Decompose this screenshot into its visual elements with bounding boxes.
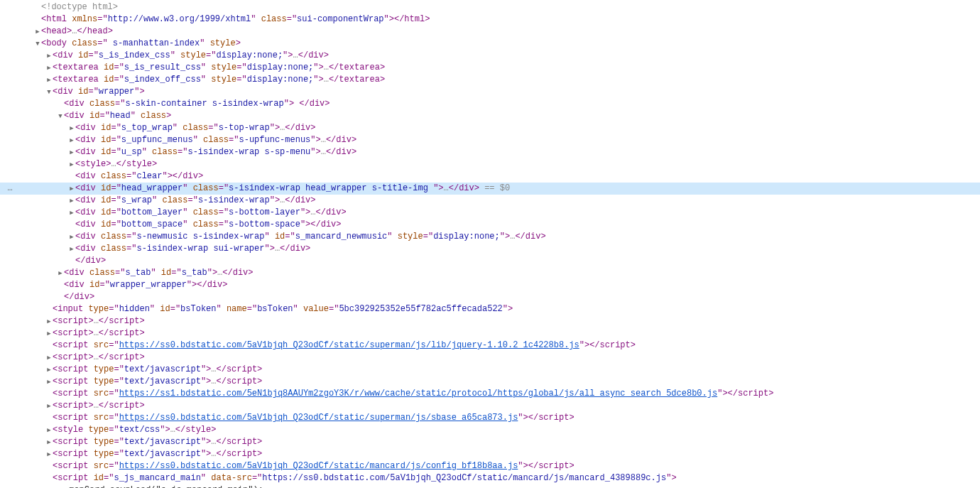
node-content: <script id="s_js_mancard_main" data-src=… (53, 473, 677, 483)
node-content: <script>…</script> (53, 316, 145, 326)
dom-tree-row[interactable]: ▶<div class="s-isindex-wrap sui-wraper">… (0, 243, 980, 255)
dom-tree-row[interactable]: ▶<div id="s_is_index_css" style="display… (0, 50, 980, 62)
node-content: <body class=" s-manhattan-index" style> (41, 38, 241, 48)
expand-arrow-icon[interactable]: ▶ (45, 401, 53, 412)
expand-arrow-icon[interactable]: ▶ (68, 195, 75, 207)
expand-arrow-icon[interactable]: ▶ (45, 352, 53, 364)
dom-tree-row[interactable]: ▶<script src="https://ss0.bdstatic.com/5… (0, 412, 980, 424)
expand-arrow-icon[interactable]: ▶ (45, 364, 53, 376)
node-content: <script src="https://ss0.bdstatic.com/5a… (53, 461, 575, 471)
dom-tree-row[interactable]: ▶<div id="s_upfunc_menus" class="s-upfun… (0, 134, 980, 146)
expand-arrow-icon: ▶ (34, 14, 41, 26)
expand-arrow-icon[interactable]: ▶ (45, 437, 53, 448)
expand-arrow-icon[interactable]: ▶ (45, 50, 53, 62)
dom-tree-row[interactable]: ▶<div id="bottom_layer" class="s-bottom-… (0, 207, 980, 219)
dom-tree-row[interactable]: ▶<div class="s_tab" id="s_tab">…</div> (0, 267, 980, 279)
expand-arrow-icon[interactable]: ▶ (68, 123, 75, 134)
dom-tree-row[interactable]: ▶<textarea id="s_index_off_css" style="d… (0, 74, 980, 86)
dom-tree-row[interactable]: ▶<div class="clear"></div> (0, 170, 980, 183)
expand-arrow-icon: ▶ (45, 413, 53, 424)
dom-tree-row[interactable]: ▶<head>…</head> (0, 26, 980, 38)
node-content: <div id="u_sp" class="s-isindex-wrap s-s… (75, 147, 356, 157)
dom-tree-row[interactable]: ▶<script src="https://ss0.bdstatic.com/5… (0, 460, 980, 472)
dom-tree-row[interactable]: ▶</div> (0, 291, 980, 303)
dom-tree-row[interactable]: ▶<script>…</script> (0, 400, 980, 412)
node-content: <script>…</script> (53, 328, 145, 338)
expand-arrow-icon[interactable]: ▶ (45, 425, 53, 436)
expand-arrow-icon[interactable]: ▼ (57, 111, 64, 122)
dom-tree-row[interactable]: …▶<div id="head_wrapper" class="s-isinde… (0, 183, 980, 195)
node-content: <div id="s_wrap" class="s-isindex-wrap">… (75, 195, 316, 205)
node-content: <script src="https://ss0.bdstatic.com/5a… (53, 340, 636, 350)
node-content: <textarea id="s_is_result_css" style="di… (53, 63, 385, 72)
dom-tree-row[interactable]: ▶<input type="hidden" id="bsToken" name=… (0, 303, 980, 315)
script-src-link[interactable]: https://ss0.bdstatic.com/5aV1bjqh_Q23odC… (119, 340, 579, 350)
expand-arrow-icon[interactable]: ▶ (45, 328, 53, 340)
dom-tree-row[interactable]: ▶<textarea id="s_is_result_css" style="d… (0, 62, 980, 74)
dom-tree-row[interactable]: ▶<div class="s-skin-container s-isindex-… (0, 98, 980, 110)
dom-tree-row[interactable]: ▶<script type="text/javascript">…</scrip… (0, 448, 980, 460)
dom-tree-row[interactable]: ▶<script type="text/javascript">…</scrip… (0, 436, 980, 448)
expand-arrow-icon: ▶ (34, 2, 41, 13)
expand-arrow-icon[interactable]: ▶ (45, 449, 53, 460)
node-content: <div class="s_tab" id="s_tab">…</div> (64, 268, 254, 278)
node-content: <script src="https://ss1.bdstatic.com/5e… (53, 389, 773, 398)
dom-tree-row[interactable]: ▼<div id="wrapper"> (0, 86, 980, 98)
script-src-link[interactable]: https://ss0.bdstatic.com/5aV1bjqh_Q23odC… (119, 413, 518, 423)
expand-arrow-icon[interactable]: ▼ (34, 38, 41, 50)
dom-tree-row[interactable]: ▶<script type="text/javascript">…</scrip… (0, 376, 980, 388)
node-content: <!doctype html> (41, 2, 118, 12)
expand-arrow-icon[interactable]: ▼ (45, 87, 53, 98)
dom-tree-row[interactable]: ▶<script id="s_js_mancard_main" data-src… (0, 472, 980, 484)
dom-tree-row[interactable]: ▶<script>…</script> (0, 327, 980, 340)
expand-arrow-icon[interactable]: ▶ (68, 232, 75, 243)
dom-tree-row[interactable]: ▶<div id="wrapper_wrapper"></div> (0, 279, 980, 291)
expand-arrow-icon: ▶ (68, 219, 75, 231)
dom-tree-row[interactable]: ▶<!doctype html> (0, 1, 980, 13)
dom-tree-row[interactable]: ▶</div> (0, 255, 980, 267)
dom-tree-row[interactable]: ▶<html xmlns="http://www.w3.org/1999/xht… (0, 13, 980, 26)
expand-arrow-icon: ▶ (45, 473, 53, 484)
dom-tree-row[interactable]: ▼<div id="head" class> (0, 110, 980, 122)
expand-arrow-icon[interactable]: ▶ (68, 183, 75, 195)
dom-tree-row[interactable]: ▶_manCard.asynLoad("s_js_mancard_main"); (0, 484, 980, 488)
dom-tree-row[interactable]: ▶<script>…</script> (0, 352, 980, 364)
node-content: <script type="text/javascript">…</script… (53, 376, 262, 386)
expand-arrow-icon[interactable]: ▶ (68, 207, 75, 219)
expand-arrow-icon[interactable]: ▶ (68, 135, 75, 146)
dom-tree-row[interactable]: ▶<style type="text/css">…</style> (0, 424, 980, 436)
node-content: <textarea id="s_index_off_css" style="di… (53, 75, 385, 85)
node-content: _manCard.asynLoad("s_js_mancard_main"); (64, 485, 263, 488)
expand-arrow-icon[interactable]: ▶ (45, 63, 53, 74)
expand-arrow-icon[interactable]: ▶ (45, 316, 53, 327)
expand-arrow-icon[interactable]: ▶ (68, 244, 75, 255)
node-content: <div id="head" class> (64, 111, 171, 121)
dom-tree-row[interactable]: ▶<script>…</script> (0, 315, 980, 327)
dom-tree-row[interactable]: ▶<div id="s_wrap" class="s-isindex-wrap"… (0, 195, 980, 207)
script-src-link[interactable]: https://ss0.bdstatic.com/5aV1bjqh_Q23odC… (119, 461, 518, 471)
expand-arrow-icon[interactable]: ▶ (34, 26, 41, 38)
node-content: <script type="text/javascript">…</script… (53, 449, 262, 459)
dom-tree-row[interactable]: ▼<body class=" s-manhattan-index" style> (0, 38, 980, 50)
dom-tree-row[interactable]: ▶<script type="text/javascript">…</scrip… (0, 364, 980, 376)
expand-arrow-icon: ▶ (45, 461, 53, 472)
expand-arrow-icon[interactable]: ▶ (45, 75, 53, 86)
dom-tree-row[interactable]: ▶<script src="https://ss1.bdstatic.com/5… (0, 388, 980, 400)
dom-tree-row[interactable]: ▶<div id="bottom_space" class="s-bottom-… (0, 219, 980, 231)
dom-tree-row[interactable]: ▶<div id="s_top_wrap" class="s-top-wrap"… (0, 122, 980, 134)
expand-arrow-icon[interactable]: ▶ (68, 147, 75, 158)
dom-tree-row[interactable]: ▶<style>…</style> (0, 158, 980, 170)
dom-tree[interactable]: ▶<!doctype html>▶<html xmlns="http://www… (0, 0, 980, 488)
dom-tree-row[interactable]: ▶<div class="s-newmusic s-isindex-wrap" … (0, 231, 980, 243)
node-content: <div id="s_upfunc_menus" class="s-upfunc… (75, 135, 356, 145)
dom-tree-row[interactable]: ▶<div id="u_sp" class="s-isindex-wrap s-… (0, 146, 980, 158)
dom-tree-row[interactable]: ▶<script src="https://ss0.bdstatic.com/5… (0, 340, 980, 352)
expand-arrow-icon: ▶ (68, 171, 75, 183)
node-content: <div id="bottom_space" class="s-bottom-s… (75, 219, 342, 229)
expand-arrow-icon[interactable]: ▶ (68, 159, 75, 170)
expand-arrow-icon[interactable]: ▶ (45, 376, 53, 388)
script-src-link[interactable]: https://ss1.bdstatic.com/5eN1bjq8AAUYm2z… (119, 389, 718, 398)
expand-arrow-icon[interactable]: ▶ (57, 268, 64, 279)
node-content: <div id="head_wrapper" class="s-isindex-… (75, 183, 510, 193)
node-content: <style>…</style> (75, 159, 157, 169)
